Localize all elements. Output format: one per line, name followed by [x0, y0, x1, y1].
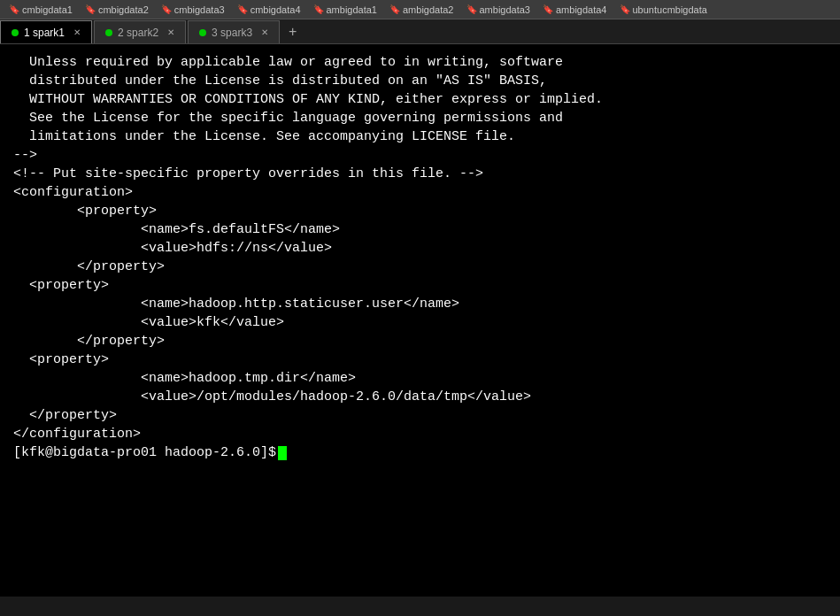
terminal-line: <name>fs.defaultFS</name> — [13, 220, 827, 239]
terminal-line: distributed under the License is distrib… — [13, 72, 827, 90]
terminal-line: See the License for the specific languag… — [13, 109, 827, 127]
tab-close-spark3[interactable]: ✕ — [261, 27, 268, 37]
tab-spark1[interactable]: 1 spark1 ✕ — [0, 20, 92, 43]
terminal-content: Unless required by applicable law or agr… — [0, 44, 840, 597]
tab-spark2[interactable]: 2 spark2 ✕ — [94, 20, 186, 43]
terminal-line: </property> — [13, 332, 827, 350]
bookmark-cmbigdata1[interactable]: cmbigdata1 — [4, 3, 78, 17]
tab-spark3[interactable]: 3 spark3 ✕ — [188, 20, 280, 43]
bookmark-ambigdata4[interactable]: ambigdata4 — [537, 3, 613, 17]
tab-label-spark1: 1 spark1 — [24, 27, 65, 39]
terminal-line: <value>kfk</value> — [13, 313, 827, 332]
bookmark-ambigdata3[interactable]: ambigdata3 — [461, 3, 536, 17]
terminal-prompt: [kfk@bigdata-pro01 hadoop-2.6.0]$ — [13, 443, 276, 462]
tab-label-spark3: 3 spark3 — [212, 27, 252, 39]
tab-close-spark1[interactable]: ✕ — [73, 27, 81, 37]
terminal-line: limitations under the License. See accom… — [13, 127, 827, 146]
tab-dot-spark1 — [12, 29, 19, 36]
tab-close-spark2[interactable]: ✕ — [167, 27, 174, 37]
tab-label-spark2: 2 spark2 — [118, 27, 158, 39]
bookmark-cmbigdata3[interactable]: cmbigdata3 — [156, 3, 230, 17]
terminal-cursor — [278, 446, 287, 460]
bookmark-ambigdata2[interactable]: ambigdata2 — [384, 3, 459, 17]
bookmark-ubuntucmbigdata[interactable]: ubuntucmbigdata — [614, 3, 713, 17]
bookmark-cmbigdata4[interactable]: cmbigdata4 — [232, 3, 306, 17]
tab-dot-spark2 — [105, 29, 112, 36]
terminal-line: --> — [13, 146, 827, 165]
terminal-line: <!-- Put site-specific property override… — [13, 165, 827, 183]
terminal-tabs: 1 spark1 ✕ 2 spark2 ✕ 3 spark3 ✕ + — [0, 19, 840, 44]
terminal-line: Unless required by applicable law or agr… — [13, 53, 827, 72]
terminal-line: <property> — [13, 202, 827, 220]
bookmark-cmbigdata2[interactable]: cmbigdata2 — [80, 3, 154, 17]
terminal-line: </property> — [13, 258, 827, 276]
terminal-line: <value>hdfs://ns</value> — [13, 239, 827, 258]
bookmark-bar: cmbigdata1 cmbigdata2 cmbigdata3 cmbigda… — [0, 0, 840, 19]
terminal-line: <property> — [13, 276, 827, 295]
add-tab-button[interactable]: + — [281, 20, 304, 43]
terminal-line: </property> — [13, 406, 827, 425]
terminal-line: <configuration> — [13, 183, 827, 202]
terminal-line: WITHOUT WARRANTIES OR CONDITIONS OF ANY … — [13, 90, 827, 109]
terminal-line: <name>hadoop.tmp.dir</name> — [13, 369, 827, 388]
terminal-line: </configuration> — [13, 425, 827, 443]
tab-dot-spark3 — [199, 29, 206, 36]
terminal-prompt-line: [kfk@bigdata-pro01 hadoop-2.6.0]$ — [13, 443, 827, 462]
bookmark-ambigdata1[interactable]: ambigdata1 — [308, 3, 383, 17]
terminal-line: <name>hadoop.http.staticuser.user</name> — [13, 295, 827, 313]
terminal-line: <property> — [13, 350, 827, 369]
terminal-line: <value>/opt/modules/hadoop-2.6.0/data/tm… — [13, 388, 827, 406]
